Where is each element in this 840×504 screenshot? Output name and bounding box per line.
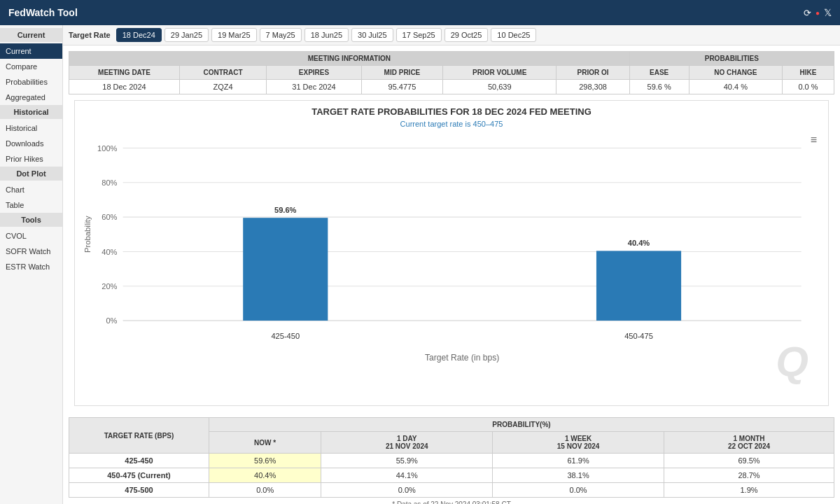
- hike-prob: 0.0 %: [782, 80, 834, 94]
- sidebar-item-chart[interactable]: Chart: [0, 182, 62, 197]
- sidebar: CurrentCurrentCompareProbabilitiesAggreg…: [0, 25, 63, 504]
- svg-text:100%: 100%: [97, 144, 117, 153]
- svg-text:40%: 40%: [102, 247, 117, 255]
- info-section: MEETING INFORMATION PROBABILITIES MEETIN…: [63, 46, 840, 417]
- meeting-info-header: MEETING INFORMATION: [69, 52, 630, 66]
- twitter-icon[interactable]: 𝕏: [824, 7, 832, 18]
- day1-header: 1 DAY 21 NOV 2024: [321, 432, 493, 454]
- tab-30-jul25[interactable]: 30 Jul25: [351, 28, 393, 42]
- tab-29-jan25[interactable]: 29 Jan25: [164, 28, 209, 42]
- sidebar-section-dot-plot: Dot Plot: [0, 167, 62, 181]
- tab-19-mar25[interactable]: 19 Mar25: [211, 28, 256, 42]
- sidebar-item-downloads[interactable]: Downloads: [0, 136, 62, 151]
- prob-day1: 0.0%: [321, 483, 493, 498]
- target-rate-label: Target Rate: [69, 31, 111, 39]
- tab-29-oct25[interactable]: 29 Oct25: [444, 28, 489, 42]
- expires: 31 Dec 2024: [267, 80, 362, 94]
- svg-text:59.6%: 59.6%: [274, 206, 296, 214]
- chart-menu-icon[interactable]: ≡: [811, 134, 817, 146]
- app-title: FedWatch Tool: [8, 7, 78, 18]
- svg-text:20%: 20%: [102, 282, 117, 290]
- prob-week1: 38.1%: [493, 468, 664, 483]
- col-ease: EASE: [629, 66, 689, 80]
- prior-oi: 298,308: [556, 80, 629, 94]
- ease-prob: 59.6 %: [629, 80, 689, 94]
- header: FedWatch Tool ⟳ ● 𝕏: [0, 0, 840, 25]
- svg-text:40.4%: 40.4%: [628, 239, 650, 247]
- prob-day1: 55.9%: [321, 454, 493, 468]
- svg-text:425-450: 425-450: [271, 332, 300, 340]
- no-change-prob: 40.4 %: [689, 80, 782, 94]
- tab-7-may25[interactable]: 7 May25: [260, 28, 302, 42]
- svg-text:60%: 60%: [102, 213, 117, 221]
- col-no-change: NO CHANGE: [689, 66, 782, 80]
- tab-18-dec24[interactable]: 18 Dec24: [116, 28, 162, 42]
- rate-label: 450-475 (Current): [69, 468, 209, 483]
- probability-section: TARGET RATE (BPS) PROBABILITY(%) NOW * 1…: [63, 417, 840, 504]
- prior-volume: 50,639: [443, 80, 556, 94]
- prob-week1: 0.0%: [493, 483, 664, 498]
- chart-subtitle: Current target rate is 450–475: [80, 120, 822, 128]
- svg-text:Probability: Probability: [83, 216, 92, 253]
- probability-header: PROBABILITY(%): [209, 418, 834, 432]
- prob-now: 59.6%: [209, 454, 321, 468]
- chart-title: TARGET RATE PROBABILITIES FOR 18 DEC 202…: [80, 106, 822, 117]
- bar-450-475[interactable]: [596, 251, 681, 321]
- refresh-icon[interactable]: ⟳: [804, 8, 811, 18]
- tab-10-dec25[interactable]: 10 Dec25: [491, 28, 536, 42]
- col-contract: CONTRACT: [179, 66, 266, 80]
- sidebar-item-estr-watch[interactable]: ESTR Watch: [0, 259, 62, 274]
- content-area: Target Rate 18 Dec2429 Jan2519 Mar257 Ma…: [63, 25, 840, 504]
- bar-425-450[interactable]: [243, 218, 328, 321]
- col-mid-price: MID PRICE: [361, 66, 442, 80]
- sidebar-section-current: Current: [0, 28, 62, 42]
- sidebar-item-probabilities[interactable]: Probabilities: [0, 74, 62, 90]
- sidebar-item-current[interactable]: Current: [0, 43, 62, 59]
- header-icons: ⟳ ● 𝕏: [804, 7, 832, 18]
- footer-note: * Data as of 22 Nov 2024 03:01:58 CT: [69, 498, 834, 504]
- prob-row-425-450: 425-45059.6%55.9%61.9%69.5%: [69, 454, 834, 468]
- tabs-bar: Target Rate 18 Dec2429 Jan2519 Mar257 Ma…: [63, 25, 840, 46]
- contract: ZQZ4: [179, 80, 266, 94]
- tab-18-jun25[interactable]: 18 Jun25: [304, 28, 349, 42]
- mid-price: 95.4775: [361, 80, 442, 94]
- prob-month1: 69.5%: [664, 454, 834, 468]
- chart-container: TARGET RATE PROBABILITIES FOR 18 DEC 202…: [74, 100, 829, 406]
- meeting-info-table: MEETING INFORMATION PROBABILITIES MEETIN…: [69, 51, 834, 94]
- sidebar-section-tools: Tools: [0, 213, 62, 227]
- sidebar-section-historical: Historical: [0, 105, 62, 119]
- sidebar-item-compare[interactable]: Compare: [0, 59, 62, 74]
- sidebar-item-table[interactable]: Table: [0, 197, 62, 213]
- tab-17-sep25[interactable]: 17 Sep25: [396, 28, 442, 42]
- sidebar-item-sofr-watch[interactable]: SOFR Watch: [0, 244, 62, 259]
- sidebar-item-cvol[interactable]: CVOL: [0, 228, 62, 244]
- svg-text:450-475: 450-475: [624, 332, 653, 340]
- prob-now: 40.4%: [209, 468, 321, 483]
- prob-row-475-500: 475-5000.0%0.0%0.0%1.9%: [69, 483, 834, 498]
- record-icon: ●: [816, 9, 820, 17]
- rate-label: 425-450: [69, 454, 209, 468]
- probabilities-header: PROBABILITIES: [629, 52, 834, 66]
- month1-header: 1 MONTH 22 OCT 2024: [664, 432, 834, 454]
- sidebar-item-historical[interactable]: Historical: [0, 120, 62, 136]
- sidebar-item-aggregated[interactable]: Aggregated: [0, 90, 62, 105]
- bar-chart: 100% 80% 60% 40% 20%: [80, 134, 822, 400]
- col-meeting-date: MEETING DATE: [69, 66, 180, 80]
- svg-text:80%: 80%: [102, 178, 117, 187]
- col-expires: EXPIRES: [267, 66, 362, 80]
- col-prior-oi: PRIOR OI: [556, 66, 629, 80]
- main-layout: CurrentCurrentCompareProbabilitiesAggreg…: [0, 25, 840, 504]
- meeting-date: 18 Dec 2024: [69, 80, 180, 94]
- prob-row-450-475--current-: 450-475 (Current)40.4%44.1%38.1%28.7%: [69, 468, 834, 483]
- probability-table: TARGET RATE (BPS) PROBABILITY(%) NOW * 1…: [69, 417, 834, 498]
- chart-area: ≡ Q 100% 80% 60%: [80, 134, 822, 400]
- week1-header: 1 WEEK 15 NOV 2024: [493, 432, 664, 454]
- prob-now: 0.0%: [209, 483, 321, 498]
- meeting-info-row: 18 Dec 2024 ZQZ4 31 Dec 2024 95.4775 50,…: [69, 80, 834, 94]
- prob-day1: 44.1%: [321, 468, 493, 483]
- prob-week1: 61.9%: [493, 454, 664, 468]
- sidebar-item-prior-hikes[interactable]: Prior Hikes: [0, 151, 62, 167]
- rate-label: 475-500: [69, 483, 209, 498]
- prob-month1: 1.9%: [664, 483, 834, 498]
- svg-text:0%: 0%: [106, 316, 117, 325]
